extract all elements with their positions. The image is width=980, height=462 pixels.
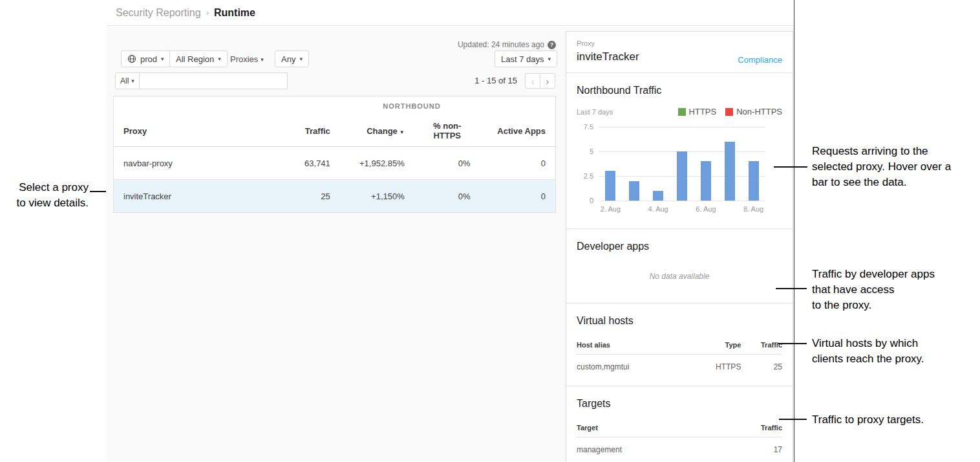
environment-dropdown[interactable]: prod ▾ bbox=[121, 50, 171, 67]
help-icon[interactable]: ? bbox=[548, 41, 556, 49]
chevron-down-icon: ▾ bbox=[548, 56, 551, 62]
bar-slot bbox=[694, 127, 718, 201]
region-label: All Region bbox=[176, 54, 214, 64]
chart-bar-4. Aug[interactable] bbox=[653, 191, 663, 201]
legend-item-non-https[interactable]: Non-HTTPS bbox=[725, 107, 782, 116]
pagination-controls: ‹ › bbox=[525, 73, 555, 89]
bar-slot bbox=[670, 127, 694, 201]
virtual-hosts-table: Host alias Type Traffic custom,mgmtui HT… bbox=[577, 336, 782, 373]
targets-table: Target Traffic management 17 bbox=[577, 419, 782, 456]
column-header-traffic[interactable]: Traffic bbox=[268, 116, 340, 147]
chart-legend: HTTPS Non-HTTPS bbox=[678, 107, 782, 116]
date-range-dropdown[interactable]: Last 7 days ▾ bbox=[495, 50, 557, 67]
y-tick-label: 5 bbox=[590, 148, 593, 155]
search-group: All ▾ bbox=[115, 72, 288, 89]
annotation-separator-line bbox=[794, 0, 794, 462]
annotation-connector-line bbox=[90, 191, 106, 192]
breadcrumb-parent-link[interactable]: Security Reporting bbox=[116, 7, 201, 19]
targets-title: Targets bbox=[577, 398, 782, 410]
chart-bar-7. Aug[interactable] bbox=[725, 142, 735, 201]
cell-active-apps: 0 bbox=[480, 180, 556, 213]
region-dropdown[interactable]: All Region ▾ bbox=[169, 50, 228, 67]
pagination-info: 1 - 15 of 15 bbox=[427, 76, 517, 85]
page-title: Runtime bbox=[214, 7, 255, 19]
search-input[interactable] bbox=[140, 72, 288, 89]
northbound-traffic-title: Northbound Traffic bbox=[577, 85, 782, 96]
virtual-hosts-title: Virtual hosts bbox=[577, 315, 782, 327]
previous-page-button[interactable]: ‹ bbox=[525, 73, 540, 89]
security-reporting-runtime-screen: Security Reporting › Runtime prod ▾ All … bbox=[0, 0, 980, 462]
table-row-invitetracker-selected[interactable]: inviteTracker 25 +1,150% 0% 0 bbox=[114, 180, 556, 213]
virtual-hosts-section: Virtual hosts Host alias Type Traffic cu… bbox=[566, 303, 793, 386]
table-row-navbar-proxy[interactable]: navbar-proxy 63,741 +1,952.85% 0% 0 bbox=[114, 147, 556, 180]
legend-label-https: HTTPS bbox=[689, 107, 717, 116]
annotation-select-proxy: Select a proxy to view details. bbox=[0, 180, 89, 211]
chart-bar-8. Aug[interactable] bbox=[749, 161, 759, 201]
column-header-change[interactable]: Change▼ bbox=[340, 116, 414, 147]
target-row[interactable]: management 17 bbox=[577, 437, 782, 456]
annotation-developer-apps: Traffic by developer apps that have acce… bbox=[812, 267, 974, 313]
sort-desc-icon: ▼ bbox=[399, 129, 405, 135]
search-scope-dropdown[interactable]: All ▾ bbox=[115, 72, 140, 89]
vh-col-traffic: Traffic bbox=[741, 336, 782, 355]
annotation-connector-line bbox=[779, 419, 807, 420]
x-tick-label bbox=[718, 205, 741, 213]
column-header-proxy[interactable]: Proxy bbox=[114, 116, 268, 147]
developer-apps-empty-state: No data available bbox=[577, 272, 782, 281]
chart-bar-5. Aug[interactable] bbox=[677, 151, 687, 201]
chevron-down-icon: ▾ bbox=[261, 56, 264, 63]
chart-bars bbox=[599, 127, 765, 201]
chevron-down-icon: ▾ bbox=[131, 78, 134, 84]
x-tick-label: 2. Aug bbox=[599, 205, 623, 213]
developer-apps-section: Developer apps No data available bbox=[566, 229, 793, 303]
x-tick-label: 8. Aug bbox=[741, 205, 765, 213]
virtual-host-row[interactable]: custom,mgmtui HTTPS 25 bbox=[577, 355, 782, 373]
y-tick-label: 0 bbox=[590, 197, 593, 204]
targets-header-row: Target Traffic bbox=[577, 419, 782, 437]
legend-label-non-https: Non-HTTPS bbox=[736, 107, 782, 116]
cell-traffic: 63,741 bbox=[268, 147, 340, 180]
proxies-label: Proxies bbox=[230, 54, 258, 64]
column-header-active-apps[interactable]: Active Apps bbox=[480, 116, 556, 147]
https-swatch-icon bbox=[678, 108, 686, 116]
any-filter-dropdown[interactable]: Any ▾ bbox=[275, 50, 309, 67]
vh-col-host-alias: Host alias bbox=[577, 336, 696, 355]
target-name: management bbox=[577, 437, 721, 456]
cell-traffic: 25 bbox=[268, 180, 340, 213]
proxy-kicker-label: Proxy bbox=[577, 39, 782, 47]
table-header-row: Proxy Traffic Change▼ % non-HTTPS Active… bbox=[114, 116, 556, 147]
gridline bbox=[599, 201, 765, 201]
cell-change: +1,952.85% bbox=[340, 147, 414, 180]
chart-bar-2. Aug[interactable] bbox=[605, 171, 615, 201]
chart-plot-area bbox=[599, 127, 765, 201]
bar-slot bbox=[646, 127, 670, 201]
proxy-detail-panel: Proxy inviteTracker Compliance Northboun… bbox=[566, 31, 793, 462]
chevron-down-icon: ▾ bbox=[161, 56, 164, 62]
annotation-connector-line bbox=[776, 288, 807, 289]
breadcrumb-separator-icon: › bbox=[206, 8, 209, 17]
chart-bar-3. Aug[interactable] bbox=[629, 181, 639, 201]
non-https-swatch-icon bbox=[725, 108, 733, 116]
y-tick-label: 7.5 bbox=[584, 123, 593, 131]
any-filter-label: Any bbox=[281, 54, 295, 64]
column-header-non-https[interactable]: % non-HTTPS bbox=[414, 116, 480, 147]
annotation-connector-line bbox=[778, 343, 807, 344]
compliance-link[interactable]: Compliance bbox=[738, 55, 782, 65]
environment-label: prod bbox=[140, 54, 157, 64]
bar-slot bbox=[623, 127, 646, 201]
x-tick-label: 4. Aug bbox=[646, 205, 670, 213]
annotation-connector-line bbox=[774, 166, 807, 168]
proxy-table: NORTHBOUND Proxy Traffic Change▼ % non-H… bbox=[113, 96, 556, 213]
updated-text: Updated: 24 minutes ago bbox=[458, 40, 544, 49]
cell-proxy-name: inviteTracker bbox=[114, 180, 268, 213]
x-tick-label bbox=[670, 205, 694, 213]
chart-bar-6. Aug[interactable] bbox=[701, 161, 711, 201]
proxies-dropdown[interactable]: Proxies ▾ bbox=[230, 54, 264, 64]
x-tick-label bbox=[623, 205, 646, 213]
legend-item-https[interactable]: HTTPS bbox=[678, 107, 717, 116]
column-header-change-label: Change bbox=[367, 126, 398, 136]
next-page-button[interactable]: › bbox=[540, 73, 555, 89]
bar-slot bbox=[718, 127, 741, 201]
vh-type: HTTPS bbox=[696, 355, 741, 373]
northbound-traffic-section: Northbound Traffic Last 7 days HTTPS Non… bbox=[566, 73, 793, 229]
